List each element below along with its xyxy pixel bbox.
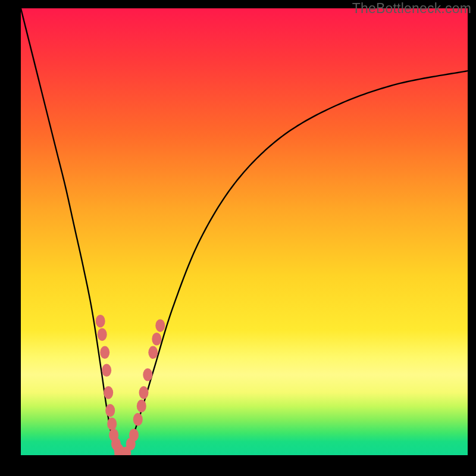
data-marker xyxy=(137,400,146,413)
bottleneck-curve xyxy=(21,8,468,455)
data-marker xyxy=(96,315,105,328)
data-marker xyxy=(107,418,117,431)
bottleneck-chart-svg xyxy=(21,8,468,455)
data-marker xyxy=(98,328,107,341)
chart-frame: TheBottleneck.com xyxy=(0,0,476,476)
data-marker xyxy=(129,428,139,441)
data-marker xyxy=(104,386,113,399)
data-marker xyxy=(133,413,143,426)
plot-area xyxy=(21,8,468,455)
data-marker xyxy=(100,346,109,359)
data-marker xyxy=(148,346,158,359)
watermark-label: TheBottleneck.com xyxy=(352,1,471,17)
data-marker xyxy=(152,333,161,346)
data-marker xyxy=(155,319,165,332)
data-marker xyxy=(139,386,149,399)
data-marker xyxy=(102,364,111,377)
data-marker xyxy=(143,368,152,381)
data-marker xyxy=(105,404,115,417)
